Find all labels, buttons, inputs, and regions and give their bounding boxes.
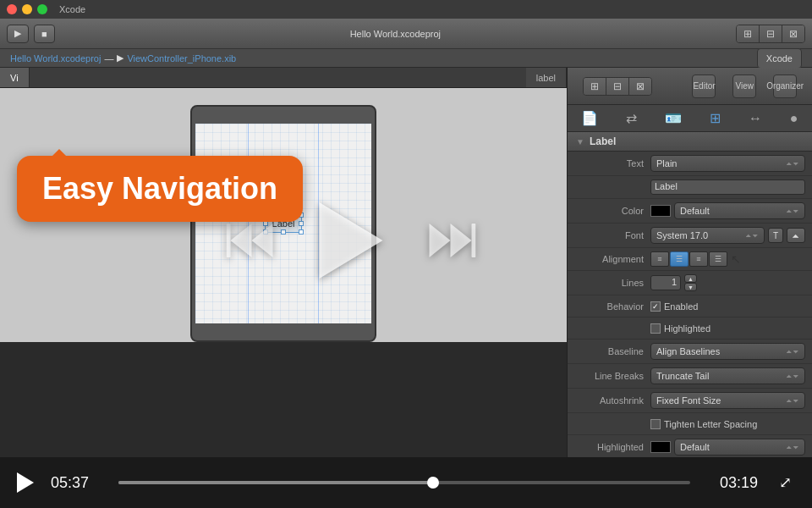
xcode-toolbar: ▶ ■ Hello World.xcodeproj ⊞ ⊟ ⊠ <box>0 19 812 49</box>
inspector-row-linebreaks: Line Breaks Truncate Tail ⏶⏷ <box>568 364 812 389</box>
section-tab-conn[interactable]: ● <box>783 108 805 130</box>
rewind-button[interactable] <box>227 215 277 266</box>
bottom-play-button[interactable] <box>17 472 34 493</box>
close-btn[interactable] <box>7 4 17 14</box>
baseline-select-value: Align Baselines <box>656 346 720 356</box>
svg-rect-5 <box>472 224 476 257</box>
enabled-checkbox[interactable] <box>650 301 661 312</box>
text-control: Plain ⏶⏷ <box>650 155 805 172</box>
progress-bar[interactable] <box>118 481 690 484</box>
font-t-btn[interactable]: T <box>768 228 783 243</box>
color-select[interactable]: Default ⏶⏷ <box>674 202 805 219</box>
maximize-btn[interactable] <box>37 4 47 14</box>
label-textfield[interactable]: Label <box>650 179 805 195</box>
current-time-display: 05:37 <box>51 474 102 492</box>
section-tab-attr[interactable]: ⊞ <box>703 107 727 130</box>
inspector-row-behavior: Behavior Enabled <box>568 295 812 318</box>
view-btn[interactable]: View <box>732 75 756 98</box>
font-select-value: System 17.0 <box>656 230 708 240</box>
stop-button[interactable]: ■ <box>34 25 55 43</box>
breadcrumb-file1[interactable]: Hello World.xcodeproj <box>10 53 101 64</box>
run-button[interactable]: ▶ <box>7 25 29 43</box>
editor-tab-label[interactable]: label <box>526 68 567 87</box>
editor-tab-vi[interactable]: Vi <box>0 68 30 87</box>
organizer-btn[interactable]: Organizer <box>773 75 797 98</box>
bottom-bar: 05:37 03:19 ⤢ <box>0 457 812 508</box>
tooltip-bubble: Easy Navigation <box>17 156 303 222</box>
highlighted-color-swatch[interactable] <box>650 441 671 453</box>
highlighted-control: Highlighted <box>650 323 805 334</box>
align-left-btn[interactable]: ≡ <box>650 251 669 267</box>
tighten-checkbox-row: Tighten Letter Spacing <box>650 419 757 429</box>
project-title: Hello World.xcodeproj <box>60 29 731 39</box>
editor-seg-2[interactable]: ⊟ <box>606 78 629 95</box>
alignment-label: Alignment <box>574 254 650 264</box>
progress-fill <box>118 481 433 484</box>
editor-btn[interactable]: Editor <box>692 75 716 98</box>
linebreaks-select-value: Truncate Tail <box>656 371 709 381</box>
lines-field[interactable]: 1 <box>650 275 681 290</box>
section-tab-arrows[interactable]: ⇄ <box>619 107 644 130</box>
svg-marker-1 <box>252 224 273 257</box>
label-text-control: Label <box>650 179 805 195</box>
view-segmented: ⊞ ⊟ ⊠ <box>736 25 805 43</box>
inspector-row-label-text: Label <box>568 176 812 199</box>
lines-up[interactable]: ▲ <box>684 274 697 283</box>
window-title: Xcode <box>59 4 85 14</box>
autoshrink-select-value: Fixed Font Size <box>656 395 721 406</box>
align-right-btn[interactable]: ≡ <box>689 251 708 267</box>
font-select[interactable]: System 17.0 ⏶⏷ <box>650 227 765 244</box>
fullscreen-button[interactable]: ⤢ <box>775 472 795 493</box>
view-seg-1[interactable]: ⊞ <box>737 25 760 42</box>
color-label: Color <box>574 206 650 216</box>
fast-forward-button[interactable] <box>425 215 476 266</box>
behavior-control: Enabled <box>650 301 805 312</box>
breadcrumb-sep: ▶ <box>117 52 123 64</box>
linebreaks-label: Line Breaks <box>574 371 650 381</box>
highlighted-color-select[interactable]: Default ⏶⏷ <box>674 439 805 456</box>
alignment-buttons: ≡ ☰ ≡ ☰ <box>650 251 727 267</box>
text-label: Text <box>574 158 650 168</box>
minimize-btn[interactable] <box>22 4 32 14</box>
enabled-checkbox-row: Enabled <box>650 301 698 312</box>
inspector-row-highlighted-color: Highlighted Default ⏶⏷ <box>568 435 812 457</box>
editor-seg-1[interactable]: ⊞ <box>584 78 606 95</box>
text-select[interactable]: Plain ⏶⏷ <box>650 155 805 172</box>
text-select-value: Plain <box>656 158 677 168</box>
fullscreen-icon: ⤢ <box>779 473 792 492</box>
text-select-arrow: ⏶⏷ <box>786 160 799 168</box>
inspector-row-font: Font System 17.0 ⏶⏷ T ⏶ <box>568 224 812 248</box>
highlighted-checkbox-row: Highlighted <box>650 323 710 334</box>
align-center-btn[interactable]: ☰ <box>670 251 689 267</box>
highlighted-checkbox[interactable] <box>650 323 661 334</box>
play-triangle-icon <box>320 202 383 279</box>
view-seg-2[interactable]: ⊟ <box>760 25 782 42</box>
linebreaks-control: Truncate Tail ⏶⏷ <box>650 367 805 384</box>
xcode-tab[interactable]: Xcode <box>757 48 802 69</box>
tighten-control: Tighten Letter Spacing <box>650 419 805 429</box>
tighten-checkbox[interactable] <box>650 419 661 429</box>
behavior-label: Behavior <box>574 301 650 312</box>
highlighted-color-control: Default ⏶⏷ <box>650 439 805 456</box>
lines-down[interactable]: ▼ <box>684 283 697 291</box>
inspector-row-autoshrink: Autoshrink Fixed Font Size ⏶⏷ <box>568 389 812 413</box>
progress-thumb[interactable] <box>427 477 439 489</box>
main-container: Xcode ▶ ■ Hello World.xcodeproj ⊞ ⊟ ⊠ He… <box>0 0 812 508</box>
baseline-select[interactable]: Align Baselines ⏶⏷ <box>650 343 805 360</box>
editor-seg-3[interactable]: ⊠ <box>629 78 651 95</box>
section-tab-size[interactable]: ↔ <box>742 108 769 130</box>
play-button[interactable] <box>320 202 383 279</box>
section-tab-file[interactable]: 📄 <box>574 107 605 130</box>
editor-mode-segmented: ⊞ ⊟ ⊠ <box>583 77 652 96</box>
font-select-arrow: ⏶⏷ <box>745 232 759 240</box>
font-stepper-up[interactable]: ⏶ <box>787 228 805 243</box>
inspector-row-lines: Lines 1 ▲ ▼ <box>568 271 812 295</box>
color-swatch[interactable] <box>650 205 671 217</box>
section-tab-id[interactable]: 🪪 <box>658 107 689 130</box>
view-seg-3[interactable]: ⊠ <box>782 25 804 42</box>
autoshrink-select[interactable]: Fixed Font Size ⏶⏷ <box>650 392 805 409</box>
linebreaks-select[interactable]: Truncate Tail ⏶⏷ <box>650 367 805 384</box>
breadcrumb-file2[interactable]: ViewController_iPhone.xib <box>127 53 236 64</box>
align-justify-btn[interactable]: ☰ <box>709 251 727 267</box>
inspector-section-tabs: 📄 ⇄ 🪪 ⊞ ↔ ● <box>568 105 812 132</box>
